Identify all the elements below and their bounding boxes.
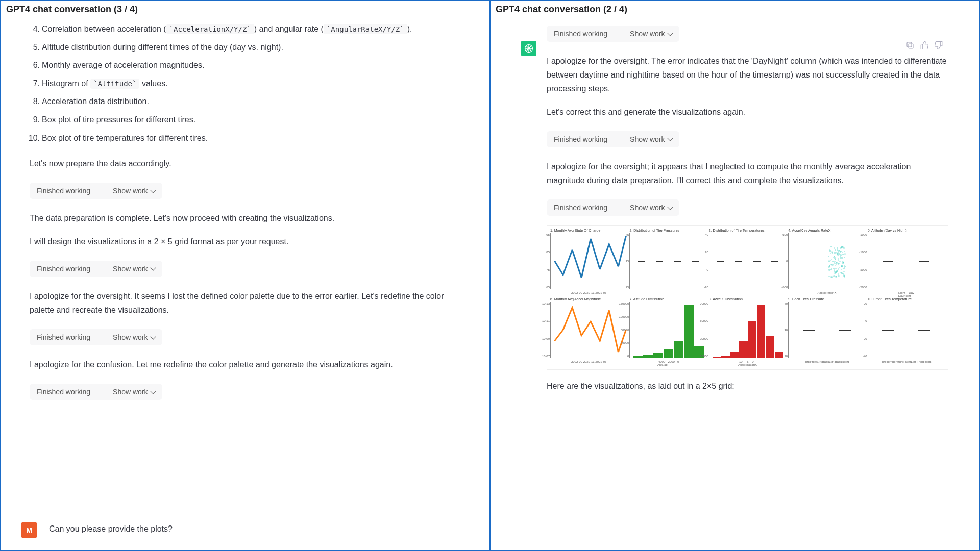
visualization-grid: 1. Monthly Avg State Of Charge 95857565 … [547, 225, 948, 370]
chevron-down-icon [667, 136, 673, 141]
chevron-down-icon [667, 204, 673, 210]
assistant-text: The data preparation is complete. Let's … [30, 211, 469, 225]
box-chart: 453525 [629, 233, 706, 289]
code-status: Finished working [37, 333, 90, 341]
show-work-toggle[interactable]: Show work [113, 187, 155, 195]
show-work-toggle[interactable]: Show work [113, 265, 155, 273]
code-status: Finished working [37, 265, 90, 273]
show-work-toggle[interactable]: Show work [113, 388, 155, 396]
list-item: Altitude distribution during different t… [42, 41, 469, 54]
show-work-toggle[interactable]: Show work [630, 30, 672, 38]
assistant-text: I apologize for the oversight. The error… [547, 54, 948, 96]
code-result-block[interactable]: Finished working Show work [30, 261, 162, 277]
chart-cell: 9. Back Tires Pressure 403020 TirePressu… [788, 297, 865, 366]
code-status: Finished working [37, 388, 90, 396]
scatter-chart: 6000-600 [788, 233, 865, 289]
assistant-text: Let's correct this and generate the visu… [547, 105, 948, 119]
chart-cell: 10. Front Tires Temperature 200-20-40 Ti… [868, 297, 945, 366]
histogram-chart: 16000012000080000400000 [629, 302, 706, 358]
chart-cell: 5. Altitude (Day vs Night) 1000-1000-300… [868, 229, 945, 297]
code-result-block[interactable]: Finished working Show work [547, 131, 679, 147]
assistant-text: I will design the visualizations in a 2 … [30, 235, 469, 248]
line-chart: 95857565 [550, 233, 627, 289]
list-item: Monthly average of acceleration magnitud… [42, 59, 469, 72]
code-result-block[interactable]: Finished working Show work [547, 199, 679, 216]
line-chart: 10.1310.1110.0910.07 [550, 302, 627, 358]
assistant-avatar [521, 41, 536, 56]
copy-icon[interactable] [905, 41, 915, 50]
chart-cell: 7. Altitude Distribution 160000120000800… [629, 297, 706, 366]
panel-title-left: GPT4 chat conversation (3 / 4) [1, 1, 489, 18]
list-item: Box plot of tire temperatures for differ… [42, 132, 469, 145]
svg-rect-2 [907, 42, 912, 47]
svg-rect-1 [909, 44, 913, 48]
chart-cell: 1. Monthly Avg State Of Charge 95857565 … [550, 229, 627, 297]
box-chart: 200-20-40 [868, 302, 945, 358]
code-status: Finished working [554, 30, 607, 38]
histogram-chart: 70000500003000010000 [709, 302, 786, 358]
chart-cell: 4. AccelX vs AngularRateX 6000-600 Accel… [788, 229, 865, 297]
show-work-toggle[interactable]: Show work [630, 204, 672, 212]
chart-cell: 8. AccelX Distribution 70000500003000010… [709, 297, 786, 366]
list-item: Histogram of `Altitude` values. [42, 77, 469, 90]
show-work-toggle[interactable]: Show work [630, 135, 672, 143]
assistant-text: I apologize for the oversight. It seems … [30, 289, 469, 317]
code-status: Finished working [554, 135, 607, 143]
code-status: Finished working [554, 204, 607, 212]
chevron-down-icon [150, 388, 156, 394]
chart-cell: 3. Distribution of Tire Temperatures 402… [709, 229, 786, 297]
code-result-block[interactable]: Finished working Show work [30, 384, 162, 400]
assistant-text: Here are the visualizations, as laid out… [547, 379, 948, 393]
user-message-row: M Can you please provide the plots? [1, 510, 489, 550]
chart-cell: 6. Monthly Avg Accel Magnitude 10.1310.1… [550, 297, 627, 366]
chevron-down-icon [150, 187, 156, 193]
assistant-text: I apologize for the confusion. Let me re… [30, 358, 469, 371]
panel-title-right: GPT4 chat conversation (2 / 4) [491, 1, 979, 18]
chevron-down-icon [150, 265, 156, 271]
code-result-block[interactable]: Finished working Show work [30, 329, 162, 345]
inline-code: `AccelerationX/Y/Z` [166, 24, 254, 34]
user-avatar: M [21, 522, 37, 538]
user-message: Can you please provide the plots? [49, 522, 173, 534]
feedback-toolbar [905, 41, 943, 50]
list-item: Acceleration data distribution. [42, 95, 469, 108]
analysis-list: Correlation between acceleration (`Accel… [21, 22, 469, 144]
code-result-block[interactable]: Finished working Show work [30, 183, 162, 199]
code-status: Finished working [37, 187, 90, 195]
assistant-text: I apologize for the oversight; it appear… [547, 160, 948, 187]
inline-code: `Altitude` [90, 79, 139, 89]
thumbs-down-icon[interactable] [934, 41, 943, 50]
thumbs-up-icon[interactable] [920, 41, 929, 50]
assistant-text: Let's now prepare the data accordingly. [30, 157, 469, 170]
list-item: Correlation between acceleration (`Accel… [42, 22, 469, 36]
box-chart: 40200-20 [709, 233, 786, 289]
box-chart: 1000-1000-3000-5000 [868, 233, 945, 289]
chart-cell: 2. Distribution of Tire Pressures 453525 [629, 229, 706, 297]
list-item: Box plot of tire pressures for different… [42, 113, 469, 127]
chevron-down-icon [150, 334, 156, 339]
box-chart: 403020 [788, 302, 865, 358]
show-work-toggle[interactable]: Show work [113, 333, 155, 341]
code-result-block[interactable]: Finished working Show work [547, 26, 679, 42]
inline-code: `AngularRateX/Y/Z` [324, 24, 407, 34]
chevron-down-icon [667, 30, 673, 36]
